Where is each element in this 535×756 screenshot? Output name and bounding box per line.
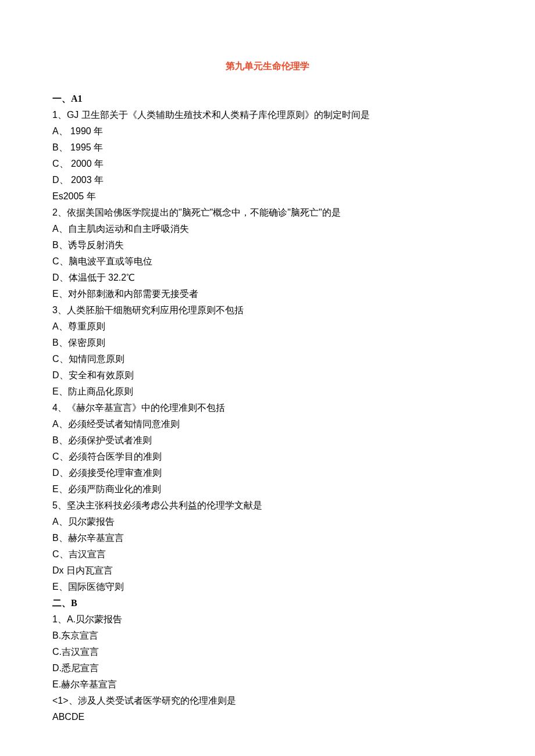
q2-option-d: D、体温低于 32.2℃ [52, 270, 483, 286]
q5-option-d: Dx 日内瓦宣言 [52, 562, 483, 579]
q4-option-d: D、必须接受伦理审查准则 [52, 465, 483, 481]
q5-option-b: B、赫尔辛基宣言 [52, 530, 483, 546]
b-shared-option-b: B.东京宣言 [52, 628, 483, 644]
q1-option-d: D、 2003 年 [52, 172, 483, 188]
q2-option-a: A、自主肌肉运动和自主呼吸消失 [52, 221, 483, 237]
q4-option-b: B、必须保护受试者准则 [52, 432, 483, 449]
q2-option-b: B、诱导反射消失 [52, 237, 483, 253]
q3-option-e: E、防止商品化原则 [52, 384, 483, 400]
b-sub-stem: <1>、涉及人类受试者医学研究的伦理准则是 [52, 693, 483, 709]
q4-stem: 4、《赫尔辛基宣言》中的伦理准则不包括 [52, 400, 483, 416]
q1-option-b: B、 1995 年 [52, 139, 483, 156]
section-b-heading: 二、B [52, 595, 483, 611]
b-shared-option-c: C.吉汉宣言 [52, 644, 483, 660]
q4-option-c: C、必须符合医学目的准则 [52, 449, 483, 465]
q1-stem: 1、GJ 卫生部关于《人类辅助生殖技术和人类精子库伦理原则》的制定时间是 [52, 107, 483, 123]
page-title: 第九单元生命伦理学 [52, 58, 483, 74]
q1-option-c: C、 2000 年 [52, 156, 483, 172]
q3-option-d: D、安全和有效原则 [52, 367, 483, 384]
q2-option-c: C、脑电波平直或等电位 [52, 253, 483, 270]
q5-option-a: A、贝尔蒙报告 [52, 514, 483, 530]
q5-option-e: E、国际医德守则 [52, 579, 483, 595]
q1-option-a: A、 1990 年 [52, 123, 483, 139]
q3-stem: 3、人类胚胎干细胞研究利应用伦理原则不包括 [52, 302, 483, 318]
q4-option-a: A、必须经受试者知情同意准则 [52, 416, 483, 432]
q5-option-c: C、吉汉宣言 [52, 546, 483, 562]
b-shared-option-e: E.赫尔辛基宣言 [52, 676, 483, 693]
q3-option-a: A、尊重原则 [52, 318, 483, 335]
b-shared-stem: 1、A.贝尔蒙报告 [52, 611, 483, 628]
q5-stem: 5、坚决主张科技必须考虑公共利益的伦理学文献是 [52, 497, 483, 514]
b-shared-option-d: D.悉尼宣言 [52, 660, 483, 676]
q4-option-e: E、必须严防商业化的准则 [52, 481, 483, 497]
q2-stem: 2、依据美国哈佛医学院提出的"脑死亡"概念中，不能确诊"脑死亡"的是 [52, 205, 483, 221]
q2-option-e: E、对外部刺激和内部需要无接受者 [52, 286, 483, 302]
q3-option-c: C、知情同意原则 [52, 351, 483, 367]
section-a-heading: 一、A1 [52, 91, 483, 107]
q3-option-b: B、保密原则 [52, 335, 483, 351]
b-sub-options: ABCDE [52, 709, 483, 725]
q1-option-e: Es2005 年 [52, 188, 483, 205]
